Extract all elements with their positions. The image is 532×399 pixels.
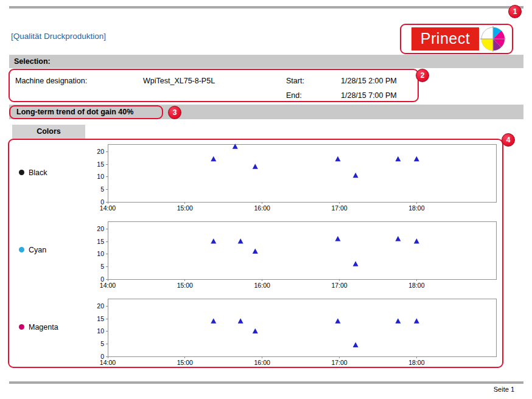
callout-badge-1: 1 (508, 5, 522, 18)
data-point (353, 261, 359, 266)
data-point (414, 156, 419, 162)
svg-text:16:00: 16:00 (254, 282, 270, 289)
data-points (211, 144, 419, 178)
series-name: Cyan (29, 246, 46, 254)
trend-title: Long-term trend of dot gain 40% (14, 108, 133, 116)
svg-text:16:00: 16:00 (254, 204, 270, 212)
chart-black: 0510152014:0015:0016:0017:0018:00 (88, 141, 501, 213)
chart-row-magenta: Magenta0510152014:0015:0016:0017:0018:00 (9, 296, 501, 368)
data-points (211, 318, 419, 347)
svg-text:10: 10 (97, 250, 104, 257)
data-point (253, 328, 258, 334)
data-point (395, 318, 401, 324)
data-point (353, 342, 359, 347)
machine-designation-label: Machine designation: (15, 76, 87, 86)
plot-area (108, 221, 496, 279)
machine-designation-value: WpiTest_XL75-8-P5L (143, 76, 215, 86)
series-name: Black (29, 168, 47, 177)
series-color-dot (19, 247, 24, 252)
chart-cyan: 0510152014:0015:0016:0017:0018:00 (88, 218, 501, 291)
selection-title: Selection: (14, 57, 51, 66)
svg-text:17:00: 17:00 (331, 282, 347, 289)
trend-section-header: Long-term trend of dot gain 40% (9, 105, 523, 119)
data-point (211, 318, 216, 324)
data-point (395, 156, 401, 162)
data-point (253, 249, 258, 254)
svg-text:5: 5 (100, 263, 104, 270)
svg-text:17:00: 17:00 (331, 359, 347, 366)
svg-text:14:00: 14:00 (100, 204, 116, 212)
callout-badge-4: 4 (502, 133, 515, 147)
callout-badge-2: 2 (416, 69, 429, 82)
svg-text:15: 15 (97, 161, 104, 168)
data-point (211, 156, 216, 162)
page-number: Seite 1 (494, 386, 514, 393)
top-rule (9, 6, 523, 9)
x-axis: 14:0015:0016:0017:0018:00 (100, 356, 425, 366)
prinect-logo: Prinect (411, 26, 506, 52)
svg-text:16:00: 16:00 (254, 359, 270, 366)
svg-text:20: 20 (97, 148, 104, 155)
data-point (238, 318, 243, 324)
svg-text:20: 20 (97, 225, 104, 232)
svg-text:18:00: 18:00 (408, 204, 424, 212)
start-label: Start: (286, 76, 304, 86)
data-point (335, 156, 340, 162)
svg-text:5: 5 (100, 340, 104, 347)
svg-text:15:00: 15:00 (177, 282, 193, 289)
data-point (414, 318, 419, 324)
y-axis: 05101520 (97, 225, 108, 283)
series-label-magenta: Magenta (9, 296, 88, 368)
data-point (211, 238, 216, 244)
svg-text:20: 20 (97, 302, 104, 310)
svg-text:18:00: 18:00 (408, 282, 424, 289)
data-point (353, 173, 359, 178)
data-points (211, 236, 419, 266)
x-axis: 14:0015:0016:0017:0018:00 (100, 279, 425, 289)
breadcrumb-link[interactable]: [Qualität Druckproduktion] (11, 32, 106, 41)
color-wheel-icon (480, 26, 506, 52)
svg-text:5: 5 (100, 186, 104, 193)
svg-text:14:00: 14:00 (100, 282, 116, 289)
svg-text:10: 10 (97, 327, 104, 335)
selection-section-header: Selection: (9, 55, 523, 68)
charts-area: Black0510152014:0015:0016:0017:0018:00Cy… (9, 141, 501, 373)
start-value: 1/28/15 2:00 PM (341, 76, 397, 86)
footer-rule (9, 381, 523, 384)
x-axis: 14:0015:0016:0017:0018:00 (100, 202, 425, 212)
series-color-dot (19, 324, 24, 330)
series-color-dot (19, 170, 24, 175)
data-point (414, 238, 419, 244)
colors-column-header: Colors (12, 125, 85, 139)
data-point (253, 164, 258, 169)
data-point (335, 236, 340, 241)
series-name: Magenta (29, 323, 58, 331)
chart-row-black: Black0510152014:0015:0016:0017:0018:00 (9, 141, 501, 213)
svg-text:17:00: 17:00 (331, 204, 347, 212)
data-point (238, 238, 243, 244)
svg-text:14:00: 14:00 (100, 359, 116, 366)
callout-badge-3: 3 (168, 106, 181, 119)
y-axis: 05101520 (97, 148, 108, 206)
data-point (335, 318, 340, 324)
svg-text:15:00: 15:00 (177, 359, 193, 366)
prinect-logo-text: Prinect (411, 27, 479, 50)
svg-text:15:00: 15:00 (177, 204, 193, 212)
chart-magenta: 0510152014:0015:0016:0017:0018:00 (88, 296, 501, 368)
svg-text:15: 15 (97, 315, 104, 322)
end-label: End: (286, 91, 302, 100)
plot-area (108, 144, 496, 202)
data-point (395, 236, 401, 241)
svg-text:18:00: 18:00 (408, 359, 424, 366)
series-label-black: Black (9, 141, 88, 213)
y-axis: 05101520 (97, 302, 108, 360)
svg-text:15: 15 (97, 238, 104, 245)
svg-text:10: 10 (97, 173, 104, 180)
end-value: 1/28/15 7:00 PM (341, 91, 397, 100)
chart-row-cyan: Cyan0510152014:0015:0016:0017:0018:00 (9, 218, 501, 291)
plot-area (108, 299, 496, 356)
series-label-cyan: Cyan (9, 218, 88, 291)
